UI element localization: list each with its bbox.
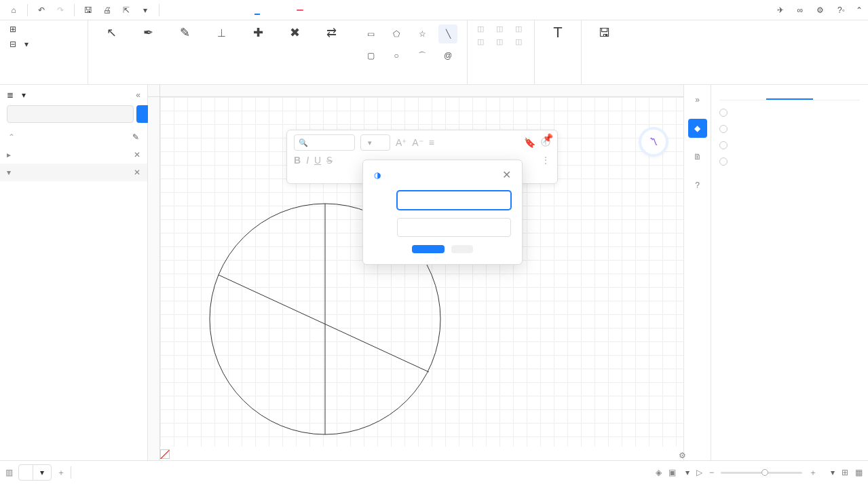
line-shape-icon[interactable]: ╲ xyxy=(438,24,457,43)
star-shape-icon[interactable]: ☆ xyxy=(413,24,432,43)
builtin-library-button[interactable]: ⊟ ▾ xyxy=(10,39,29,49)
align-icon[interactable]: ≡ xyxy=(429,137,434,148)
bool-back-cut[interactable]: ◫ xyxy=(515,37,525,46)
library-group-label xyxy=(10,81,78,83)
home-icon[interactable]: ⌂ xyxy=(5,2,22,18)
line-none-option[interactable] xyxy=(719,109,860,117)
canvas-area: 🔍 ▾ A⁺ A⁻ ≡ 🔖 ⓘ B I U S̶ ⋮ xyxy=(148,85,683,460)
tab-shape[interactable] xyxy=(254,5,260,15)
menubar: ⌂ ↶ ↷ 🖫 🖨 ⇱ ▾ ✈ ∞ ⚙ ?◦ ⌃ xyxy=(0,0,868,20)
arc-shape-icon[interactable]: ⌒ xyxy=(413,46,432,65)
undo-icon[interactable]: ↶ xyxy=(33,2,50,18)
expand-right-icon[interactable]: » xyxy=(688,90,707,109)
tab-home[interactable] xyxy=(178,5,184,15)
pentagon-shape-icon[interactable]: ⬠ xyxy=(387,24,406,43)
line-mono-gradient-option[interactable] xyxy=(719,157,860,166)
more-vert-icon[interactable]: ⋮ xyxy=(541,155,550,166)
print-icon[interactable]: 🖨 xyxy=(99,2,115,18)
tag-icon[interactable]: 🔖 xyxy=(524,137,535,148)
pages-icon[interactable]: ▥ xyxy=(5,468,13,477)
ai-assistant-icon[interactable]: 〽 xyxy=(641,130,666,154)
add-page-icon[interactable]: ＋ xyxy=(57,467,65,479)
layers-sb-icon[interactable]: ◈ xyxy=(656,468,662,477)
pin-icon[interactable]: 📌 xyxy=(542,133,553,143)
save-icon[interactable]: 🖫 xyxy=(80,2,96,18)
redo-icon[interactable]: ↷ xyxy=(52,2,69,18)
anchor-move-tool[interactable]: ⟂ xyxy=(208,24,235,43)
fullscreen-button[interactable]: ▾ xyxy=(683,468,690,477)
font-shrink-icon[interactable]: A⁻ xyxy=(412,137,423,148)
search-input[interactable] xyxy=(7,105,134,123)
flowchart-accordion[interactable]: ▾ ✕ xyxy=(0,164,147,181)
share-button[interactable]: ∞ xyxy=(797,5,806,15)
dialog-close-icon[interactable]: ✕ xyxy=(502,168,511,181)
bool-overlap[interactable]: ◫ xyxy=(496,37,506,46)
tab-ai[interactable] xyxy=(293,5,306,15)
bool-split[interactable]: ◫ xyxy=(477,37,487,46)
font-family-select[interactable]: 🔍 xyxy=(294,134,355,151)
bool-combine[interactable]: ◫ xyxy=(496,24,506,33)
shape-picker[interactable]: ▭ ⬠ ☆ ╲ ▢ ○ ⌒ @ xyxy=(361,24,457,65)
help-icon[interactable]: ?◦ xyxy=(837,5,845,15)
canvas[interactable]: 🔍 ▾ A⁺ A⁻ ≡ 🔖 ⓘ B I U S̶ ⋮ xyxy=(160,97,683,447)
collapse-ribbon-icon[interactable]: ⌃ xyxy=(856,5,863,15)
italic-icon[interactable]: I xyxy=(306,155,309,166)
hot-badge xyxy=(297,10,303,11)
zoom-in-icon[interactable]: ＋ xyxy=(809,467,817,479)
grid-icon[interactable]: ▦ xyxy=(855,468,863,477)
pencil-tool[interactable]: ✎ xyxy=(171,24,198,43)
tab-view[interactable] xyxy=(235,5,241,15)
tab-design[interactable] xyxy=(216,5,222,15)
bool-front-cut[interactable]: ◫ xyxy=(515,24,525,33)
bold-icon[interactable]: B xyxy=(294,155,301,166)
color-palette[interactable] xyxy=(160,448,675,460)
export-icon[interactable]: ⇱ xyxy=(118,2,134,18)
help-tab-icon[interactable]: ? xyxy=(688,176,707,195)
close-basic-icon[interactable]: ✕ xyxy=(134,150,140,160)
shadow-tab[interactable] xyxy=(813,90,860,100)
rect-shape-icon[interactable]: ▭ xyxy=(361,24,380,43)
length-input[interactable] xyxy=(397,191,511,210)
angle-input[interactable] xyxy=(397,218,511,237)
save-shape-button[interactable]: 🖫 xyxy=(591,24,618,43)
tab-tool[interactable] xyxy=(273,5,279,15)
line-gradient-option[interactable] xyxy=(719,141,860,149)
cancel-button[interactable] xyxy=(451,245,473,253)
fill-tab[interactable] xyxy=(719,90,766,100)
style-tab-icon[interactable]: ◆ xyxy=(688,119,707,138)
new-library-button[interactable]: ⊞ xyxy=(10,24,20,34)
font-size-select[interactable]: ▾ xyxy=(360,134,390,151)
more-icon[interactable]: ▾ xyxy=(137,2,153,18)
close-flowchart-icon[interactable]: ✕ xyxy=(134,168,140,177)
collapse-left-icon[interactable]: « xyxy=(136,90,140,100)
page-selector[interactable]: ▾ xyxy=(18,464,52,481)
publish-button[interactable]: ✈ xyxy=(777,5,787,15)
anchor-add-tool[interactable]: ✚ xyxy=(244,24,271,43)
no-color-swatch[interactable] xyxy=(160,449,170,459)
palette-settings-icon[interactable]: ⚙ xyxy=(679,451,686,460)
fountain-pen-tool[interactable]: ✒ xyxy=(134,24,162,43)
edit-shape-button[interactable]: T xyxy=(544,24,571,43)
unit-icon[interactable]: ⊞ xyxy=(842,468,848,477)
fit-icon[interactable]: ▣ xyxy=(668,468,676,477)
line-tab[interactable] xyxy=(766,90,813,100)
anchor-toggle-tool[interactable]: ⇄ xyxy=(318,24,345,43)
bool-union[interactable]: ◫ xyxy=(477,24,487,33)
line-solid-option[interactable] xyxy=(719,125,860,133)
select-tool[interactable]: ↖ xyxy=(98,24,125,43)
anchor-delete-tool[interactable]: ✖ xyxy=(281,24,308,43)
underline-icon[interactable]: U xyxy=(314,155,321,166)
page-tab-icon[interactable]: 🗎 xyxy=(688,147,707,166)
options-button[interactable]: ⚙ xyxy=(816,5,827,15)
strike-icon[interactable]: S̶ xyxy=(326,155,333,166)
zoom-slider[interactable] xyxy=(721,472,802,474)
spiral-shape-icon[interactable]: @ xyxy=(438,46,457,65)
manage-library-button[interactable]: ✎ xyxy=(132,132,140,142)
circle-shape-icon[interactable]: ○ xyxy=(387,46,406,65)
tab-insert[interactable] xyxy=(197,5,203,15)
font-grow-icon[interactable]: A⁺ xyxy=(396,137,407,148)
roundrect-shape-icon[interactable]: ▢ xyxy=(361,46,380,65)
play-icon[interactable]: ▷ xyxy=(696,468,702,477)
ok-button[interactable] xyxy=(412,245,445,253)
zoom-out-icon[interactable]: − xyxy=(709,468,714,477)
